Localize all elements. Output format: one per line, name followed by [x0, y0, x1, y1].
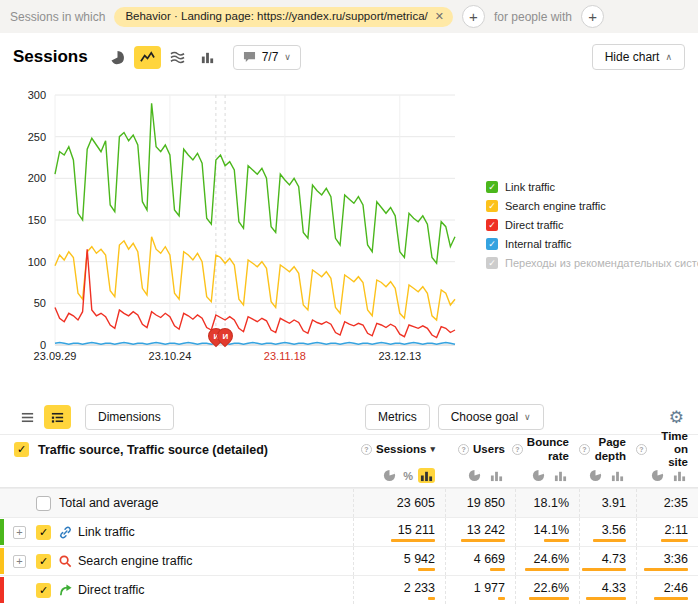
- pie-view-icon[interactable]: [104, 46, 131, 69]
- value-bar: [418, 568, 435, 571]
- expand-row-button[interactable]: +: [13, 526, 26, 539]
- metric-cell: 23 605: [353, 489, 445, 517]
- metric-value: 24.6%: [534, 552, 569, 566]
- expand-row-button[interactable]: +: [13, 555, 26, 568]
- legend-item[interactable]: ✓Internal traffic: [486, 238, 698, 250]
- metric-cell: 14.1%: [515, 518, 579, 546]
- column-label: Sessions: [376, 443, 427, 456]
- metric-value: 4.73: [602, 552, 626, 566]
- metric-cell: 19 850: [445, 489, 515, 517]
- add-people-filter-button[interactable]: +: [581, 5, 604, 28]
- column-header-bounce-rate[interactable]: ?Bounce rate: [515, 435, 579, 464]
- row-label[interactable]: Search engine traffic: [78, 554, 192, 568]
- pie-mode-icon[interactable]: [381, 468, 398, 483]
- y-axis-label: 300: [6, 89, 46, 101]
- column-header-sessions[interactable]: ?Sessions▾: [353, 435, 445, 464]
- metric-cell: 15 211: [353, 518, 445, 546]
- bars-mode-icon[interactable]: [488, 468, 505, 483]
- annotations-dropdown[interactable]: 7/7 ∨: [233, 45, 301, 70]
- row-checkbox[interactable]: ✓: [36, 583, 51, 598]
- legend-checkbox[interactable]: ✓: [486, 181, 498, 193]
- x-axis-label: 23.12.13: [378, 350, 421, 362]
- pie-mode-icon[interactable]: [649, 468, 666, 483]
- legend-item[interactable]: ✓Direct traffic: [486, 219, 698, 231]
- row-checkbox[interactable]: ✓: [36, 525, 51, 540]
- metric-cell: 13 242: [445, 518, 515, 546]
- tree-view-icon[interactable]: [44, 405, 71, 429]
- legend-checkbox[interactable]: ✓: [486, 257, 498, 269]
- row-label[interactable]: Link traffic: [78, 525, 135, 539]
- value-bar: [529, 597, 569, 600]
- metric-cell: 3.56: [579, 518, 636, 546]
- metric-info-icon[interactable]: ?: [458, 444, 469, 455]
- line-view-icon[interactable]: [134, 46, 161, 69]
- value-bar: [544, 539, 569, 542]
- value-bar: [525, 568, 569, 571]
- gear-icon[interactable]: ⚙: [669, 407, 684, 428]
- table-toolbar: Dimensions Metrics Choose goal ∨ ⚙: [0, 404, 698, 434]
- legend-item[interactable]: ✓Search engine traffic: [486, 200, 698, 212]
- add-session-filter-button[interactable]: +: [462, 5, 485, 28]
- sessions-in-which-label: Sessions in which: [10, 10, 105, 24]
- direct-arrow-icon: [58, 583, 73, 601]
- bars-mode-icon[interactable]: [552, 468, 569, 483]
- metric-info-icon[interactable]: ?: [636, 444, 647, 455]
- row-label[interactable]: Direct traffic: [78, 583, 144, 597]
- close-icon[interactable]: ✕: [435, 10, 444, 23]
- flat-list-view-icon[interactable]: [14, 405, 41, 429]
- pie-mode-icon[interactable]: [530, 468, 547, 483]
- hide-chart-label: Hide chart: [605, 50, 660, 64]
- column-header-time-on-site[interactable]: ?Time on site: [636, 435, 698, 464]
- legend-checkbox[interactable]: ✓: [486, 238, 498, 250]
- behavior-filter-chip[interactable]: Behavior · Landing page: https://yandex.…: [114, 7, 453, 27]
- metric-info-icon[interactable]: ?: [579, 444, 590, 455]
- percent-mode-icon[interactable]: %: [403, 470, 413, 482]
- y-axis-label: 100: [6, 256, 46, 268]
- dimension-header: Traffic source, Traffic source (detailed…: [38, 443, 268, 457]
- metric-info-icon[interactable]: ?: [361, 444, 372, 455]
- metric-info-icon[interactable]: ?: [512, 444, 523, 455]
- series-search-engine-traffic: [55, 237, 455, 320]
- value-bar: [391, 539, 435, 542]
- for-people-with-label: for people with: [494, 10, 572, 24]
- chart-header: Sessions 7/7 ∨ Hide chart ∧: [13, 43, 685, 71]
- row-checkbox[interactable]: [36, 496, 51, 511]
- metrics-button[interactable]: Metrics: [365, 404, 430, 430]
- value-bar: [593, 539, 626, 542]
- legend-checkbox[interactable]: ✓: [486, 200, 498, 212]
- sessions-chart-svg[interactable]: [55, 95, 455, 345]
- column-header-users[interactable]: ?Users: [445, 435, 515, 464]
- chart-view-switcher: [104, 46, 221, 69]
- metric-cell: 5 942: [353, 547, 445, 575]
- column-header-page-depth[interactable]: ?Page depth: [579, 435, 636, 464]
- stacked-view-icon[interactable]: [164, 46, 191, 69]
- row-checkbox[interactable]: ✓: [36, 554, 51, 569]
- columns-view-icon[interactable]: [194, 46, 221, 69]
- table-body: Total and average23 60519 85018.1%3.912:…: [0, 488, 698, 604]
- legend-item[interactable]: ✓Переходы из рекомендательных систем: [486, 257, 698, 269]
- metric-cell: 2:11: [636, 518, 698, 546]
- pie-mode-icon[interactable]: [587, 468, 604, 483]
- metric-cell: 4 669: [445, 547, 515, 575]
- pie-mode-icon[interactable]: [466, 468, 483, 483]
- metric-display-row: %: [0, 464, 698, 488]
- row-color-strip: [0, 577, 4, 603]
- dimensions-label: Dimensions: [98, 410, 161, 424]
- hide-chart-button[interactable]: Hide chart ∧: [592, 44, 685, 70]
- metric-value: 23 605: [397, 496, 435, 510]
- dimensions-button[interactable]: Dimensions: [85, 404, 174, 430]
- legend-item[interactable]: ✓Link traffic: [486, 181, 698, 193]
- select-all-checkbox[interactable]: ✓: [14, 442, 29, 457]
- choose-goal-button[interactable]: Choose goal ∨: [438, 404, 544, 430]
- metric-value: 13 242: [467, 523, 505, 537]
- bars-mode-icon[interactable]: [609, 468, 626, 483]
- metric-cell: 3.91: [579, 489, 636, 517]
- bars-mode-icon[interactable]: [418, 468, 435, 483]
- value-bar: [490, 568, 505, 571]
- legend-checkbox[interactable]: ✓: [486, 219, 498, 231]
- metric-value: 3:36: [664, 552, 688, 566]
- bars-mode-icon[interactable]: [671, 468, 688, 483]
- metric-cell: 1 977: [445, 576, 515, 604]
- row-name-cell: ✓Direct traffic: [0, 576, 353, 604]
- series-link-traffic: [55, 103, 455, 263]
